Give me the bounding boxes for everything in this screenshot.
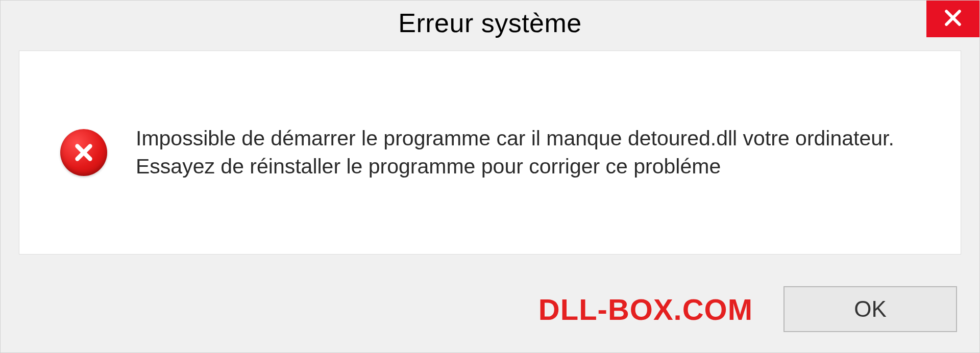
error-message: Impossible de démarrer le programme car … <box>136 124 901 181</box>
close-icon <box>942 7 964 31</box>
watermark-text: DLL-BOX.COM <box>538 292 753 326</box>
ok-button[interactable]: OK <box>783 286 957 332</box>
error-icon <box>60 129 107 176</box>
dialog-footer: DLL-BOX.COM OK <box>1 266 979 352</box>
titlebar: Erreur système <box>1 1 979 45</box>
error-icon-wrap <box>60 129 107 176</box>
content-panel: Impossible de démarrer le programme car … <box>19 51 961 255</box>
close-button[interactable] <box>926 1 979 37</box>
system-error-dialog: Erreur système Impossible de démarrer le… <box>0 0 980 353</box>
dialog-title: Erreur système <box>398 8 582 38</box>
